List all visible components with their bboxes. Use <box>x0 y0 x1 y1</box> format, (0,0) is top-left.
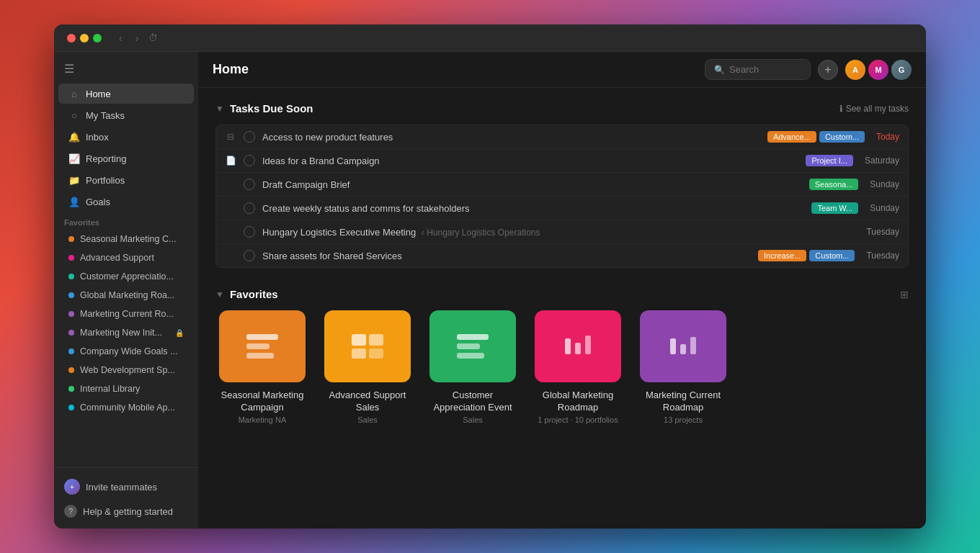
titlebar-nav: ‹ › ⏱ <box>116 31 158 45</box>
sidebar: ☰ ⌂ Home ○ My Tasks 🔔 Inbox 📈 Reporting … <box>54 52 198 529</box>
fav-card-seasonal[interactable]: Seasonal Marketing Campaign Marketing NA <box>215 310 309 424</box>
task-checkbox[interactable] <box>244 155 255 166</box>
sidebar-item-label: My Tasks <box>86 110 125 121</box>
grid-toggle-button[interactable]: ⊞ <box>900 289 909 300</box>
sidebar-fav-customer[interactable]: Customer Appreciatio... <box>58 268 194 285</box>
table-row[interactable]: Share assets for Shared Services Increas… <box>216 244 908 267</box>
svg-rect-0 <box>246 334 278 340</box>
svg-rect-11 <box>575 343 581 354</box>
table-row[interactable]: 📄 Ideas for a Brand Campaign Project I..… <box>216 149 908 173</box>
sidebar-fav-internal[interactable]: Internal Library <box>58 380 194 397</box>
fav-card-icon <box>324 310 411 382</box>
fav-card-advanced[interactable]: Advanced Support Sales Sales <box>321 310 414 424</box>
fav-card-sub: Sales <box>463 415 483 424</box>
fav-card-sub: 1 project · 10 portfolios <box>538 415 618 424</box>
reporting-icon: 📈 <box>68 153 80 164</box>
svg-rect-14 <box>680 344 686 354</box>
task-date: Sunday <box>870 179 899 189</box>
task-type-icon <box>225 179 236 190</box>
sidebar-fav-seasonal[interactable]: Seasonal Marketing C... <box>58 230 194 248</box>
task-tags: Advance... Custom... <box>767 131 865 143</box>
sidebar-item-goals[interactable]: 👤 Goals <box>58 192 194 212</box>
svg-rect-8 <box>457 343 480 349</box>
close-button[interactable] <box>67 34 76 42</box>
sidebar-item-my-tasks[interactable]: ○ My Tasks <box>58 105 194 125</box>
sidebar-item-label: Inbox <box>86 132 109 143</box>
favorites-collapse-button[interactable]: ▼ <box>215 289 224 300</box>
sidebar-fav-advanced-support[interactable]: Advanced Support <box>58 249 194 266</box>
sidebar-toggle[interactable]: ☰ <box>54 58 198 80</box>
portfolios-icon: 📁 <box>68 174 80 186</box>
invite-teammates[interactable]: + Invite teammates <box>54 474 198 500</box>
favorites-section: ▼ Favorites ⊞ <box>215 288 909 424</box>
sidebar-item-home[interactable]: ⌂ Home <box>58 84 194 104</box>
table-row[interactable]: Draft Campaign Brief Seasona... Sunday <box>216 173 908 197</box>
fav-card-name: Marketing Current Roadmap <box>636 390 730 414</box>
clock-icon: ⏱ <box>148 32 158 43</box>
fav-card-sub: Sales <box>357 415 378 424</box>
task-checkbox[interactable] <box>244 250 255 261</box>
favorites-section-header: ▼ Favorites ⊞ <box>215 288 909 300</box>
app-window: ‹ › ⏱ ☰ ⌂ Home ○ My Tasks 🔔 Inbox 📈 R <box>54 24 926 529</box>
sidebar-item-portfolios[interactable]: 📁 Portfolios <box>58 170 194 190</box>
svg-rect-7 <box>457 334 489 340</box>
svg-rect-5 <box>352 349 366 359</box>
see-all-tasks-link[interactable]: ℹ See all my tasks <box>839 104 909 114</box>
fav-card-icon <box>219 310 306 382</box>
help-label: Help & getting started <box>83 506 173 517</box>
fav-label: Internal Library <box>80 384 140 394</box>
table-row[interactable]: Create weekly status and comms for stake… <box>216 197 908 220</box>
sidebar-fav-marketing-new[interactable]: Marketing New Init... 🔒 <box>58 324 194 341</box>
avatar-1: A <box>845 60 865 80</box>
sidebar-item-label: Portfolios <box>86 175 125 186</box>
task-checkbox[interactable] <box>244 202 255 214</box>
sidebar-fav-global[interactable]: Global Marketing Roa... <box>58 287 194 304</box>
back-button[interactable]: ‹ <box>116 31 125 45</box>
svg-rect-2 <box>246 353 274 359</box>
task-checkbox[interactable] <box>244 226 255 238</box>
forward-button[interactable]: › <box>133 31 142 45</box>
sidebar-item-inbox[interactable]: 🔔 Inbox <box>58 127 194 147</box>
svg-rect-10 <box>565 338 571 354</box>
fav-card-global[interactable]: Global Marketing Roadmap 1 project · 10 … <box>531 310 625 424</box>
grid-icon: ⊞ <box>900 289 909 300</box>
task-checkbox[interactable] <box>244 179 255 190</box>
main-content: Home 🔍 + A M G <box>198 52 926 529</box>
tasks-collapse-button[interactable]: ▼ <box>215 104 224 114</box>
inbox-icon: 🔔 <box>68 131 80 143</box>
help-getting-started[interactable]: ? Help & getting started <box>54 500 198 523</box>
table-row[interactable]: ⊟ Access to new product features Advance… <box>216 125 908 149</box>
sidebar-fav-company-wide[interactable]: Company Wide Goals ... <box>58 343 194 360</box>
add-button[interactable]: + <box>818 60 838 80</box>
task-type-icon <box>225 226 236 238</box>
task-name: Create weekly status and comms for stake… <box>262 203 804 214</box>
fav-dot <box>68 330 74 336</box>
fav-card-marketing-current[interactable]: Marketing Current Roadmap 13 projects <box>636 310 730 424</box>
minimize-button[interactable] <box>80 34 89 42</box>
traffic-lights <box>67 34 102 42</box>
fav-dot <box>68 255 74 261</box>
help-icon: ? <box>64 505 77 518</box>
fav-card-name: Advanced Support Sales <box>321 390 414 414</box>
task-checkbox[interactable] <box>244 131 255 143</box>
fav-card-icon <box>429 310 516 382</box>
task-name: Access to new product features <box>262 132 760 143</box>
home-icon: ⌂ <box>68 88 80 99</box>
table-row[interactable]: Hungary Logistics Executive Meeting ‹ Hu… <box>216 220 908 244</box>
task-breadcrumb: ‹ Hungary Logistics Operations <box>422 228 540 238</box>
fav-card-customer[interactable]: Customer Appreciation Event Sales <box>426 310 520 424</box>
search-input[interactable] <box>729 64 801 75</box>
fav-label: Advanced Support <box>80 253 154 263</box>
fav-dot <box>68 386 74 392</box>
task-name: Hungary Logistics Executive Meeting ‹ Hu… <box>262 227 847 238</box>
sidebar-fav-community[interactable]: Community Mobile Ap... <box>58 399 194 416</box>
avatar-2: M <box>868 60 888 80</box>
maximize-button[interactable] <box>93 34 102 42</box>
fav-card-name: Global Marketing Roadmap <box>531 390 625 414</box>
sidebar-fav-web-dev[interactable]: Web Development Sp... <box>58 361 194 379</box>
search-box[interactable]: 🔍 <box>705 59 811 80</box>
sidebar-item-reporting[interactable]: 📈 Reporting <box>58 148 194 168</box>
sidebar-fav-marketing-current[interactable]: Marketing Current Ro... <box>58 305 194 323</box>
see-all-label: See all my tasks <box>846 104 909 114</box>
fav-card-name: Customer Appreciation Event <box>426 390 520 414</box>
